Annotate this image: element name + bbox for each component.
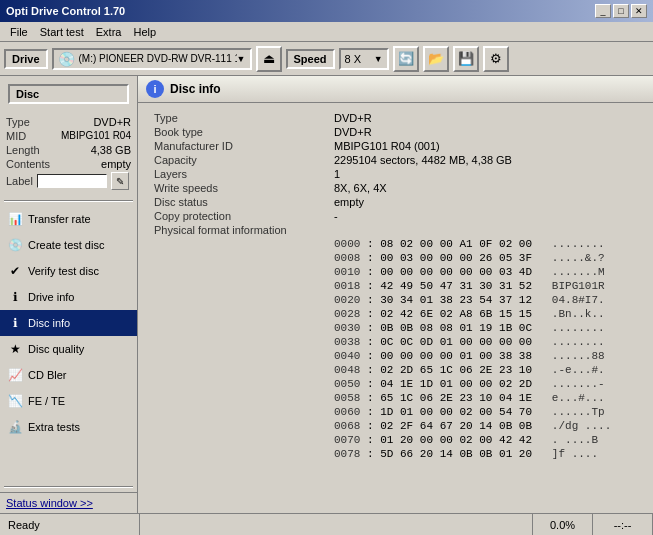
settings-button[interactable]: ⚙	[483, 46, 509, 72]
hex-ascii: ......88	[552, 350, 605, 362]
refresh-button[interactable]: 🔄	[393, 46, 419, 72]
drive-value: (M:) PIONEER DVD-RW DVR-111 1.29	[79, 53, 237, 64]
sidebar-divider-1	[4, 200, 133, 202]
hex-row-empty	[150, 377, 330, 391]
hex-ascii: ........	[552, 336, 605, 348]
hex-row: 0018 : 42 49 50 47 31 30 31 52 BIPG101R	[150, 279, 641, 293]
sidebar-item-transfer-rate[interactable]: 📊 Transfer rate	[0, 206, 137, 232]
disc-field-row: Write speeds8X, 6X, 4X	[150, 181, 641, 195]
menu-start-test[interactable]: Start test	[34, 25, 90, 39]
maximize-button[interactable]: □	[613, 4, 629, 18]
sidebar-item-create-test-disc[interactable]: 💿 Create test disc	[0, 232, 137, 258]
hex-bytes: 08 02 00 00 A1 0F 02 00	[380, 238, 532, 250]
save-button[interactable]: 💾	[453, 46, 479, 72]
disc-info-header-title: Disc info	[170, 82, 221, 96]
hex-row: 0070 : 01 20 00 00 02 00 42 42 . ....B	[150, 433, 641, 447]
sidebar-item-extra-tests[interactable]: 🔬 Extra tests	[0, 414, 137, 440]
sidebar: Disc Type DVD+R MID MBIPG101 R04 Length …	[0, 76, 138, 513]
disc-mid-label: MID	[6, 130, 26, 142]
hex-row: 0058 : 65 1C 06 2E 23 10 04 1E e...#...	[150, 391, 641, 405]
eject-button[interactable]: ⏏	[256, 46, 282, 72]
toolbar: Drive 💿 (M:) PIONEER DVD-RW DVR-111 1.29…	[0, 42, 653, 76]
disc-field-row: Layers1	[150, 167, 641, 181]
sidebar-item-disc-info[interactable]: ℹ Disc info	[0, 310, 137, 336]
sidebar-item-verify-test-disc[interactable]: ✔ Verify test disc	[0, 258, 137, 284]
hex-row: 0020 : 30 34 01 38 23 54 37 12 04.8#I7.	[150, 293, 641, 307]
speed-selector[interactable]: 8 X ▼	[339, 48, 389, 70]
hex-row: 0028 : 02 42 6E 02 A8 6B 15 15 .Bn..k..	[150, 307, 641, 321]
disc-field-row: Disc statusempty	[150, 195, 641, 209]
hex-bytes: 65 1C 06 2E 23 10 04 1E	[380, 392, 532, 404]
hex-bytes: 0C 0C 0D 01 00 00 00 00	[380, 336, 532, 348]
drive-dropdown-arrow: ▼	[237, 54, 246, 64]
hex-address: 0038	[334, 336, 360, 348]
hex-bytes: 42 49 50 47 31 30 31 52	[380, 280, 532, 292]
hex-address: 0030	[334, 322, 360, 334]
hex-bytes: 00 00 00 00 00 00 03 4D	[380, 266, 532, 278]
disc-label-edit-button[interactable]: ✎	[111, 172, 129, 190]
close-button[interactable]: ✕	[631, 4, 647, 18]
status-bar: Ready 0.0% --:--	[0, 513, 653, 535]
status-ready: Ready	[0, 514, 140, 535]
disc-contents-label: Contents	[6, 158, 50, 170]
hex-row: 0050 : 04 1E 1D 01 00 00 02 2D .......-	[150, 377, 641, 391]
disc-info-table: TypeDVD+RBook typeDVD+RManufacturer IDMB…	[150, 111, 641, 461]
hex-address: 0070	[334, 434, 360, 446]
hex-address: 0020	[334, 294, 360, 306]
disc-type-value: DVD+R	[93, 116, 131, 128]
hex-row-data: 0040 : 00 00 00 00 01 00 38 38 ......88	[330, 349, 641, 363]
hex-ascii: .......-	[552, 378, 605, 390]
disc-field-value: DVD+R	[330, 111, 641, 125]
disc-length-value: 4,38 GB	[91, 144, 131, 156]
hex-address: 0028	[334, 308, 360, 320]
hex-row-data: 0028 : 02 42 6E 02 A8 6B 15 15 .Bn..k..	[330, 307, 641, 321]
speed-arrow: ▼	[374, 54, 383, 64]
hex-bytes: 5D 66 20 14 0B 0B 01 20	[380, 448, 532, 460]
menu-file[interactable]: File	[4, 25, 34, 39]
hex-address: 0040	[334, 350, 360, 362]
hex-ascii: .-e...#.	[552, 364, 605, 376]
speed-label: Speed	[286, 49, 335, 69]
hex-row: 0000 : 08 02 00 00 A1 0F 02 00 ........	[150, 237, 641, 251]
disc-field-label: Manufacturer ID	[150, 139, 330, 153]
menu-bar: File Start test Extra Help	[0, 22, 653, 42]
disc-field-row: TypeDVD+R	[150, 111, 641, 125]
hex-address: 0060	[334, 406, 360, 418]
menu-extra[interactable]: Extra	[90, 25, 128, 39]
disc-field-value	[330, 223, 641, 237]
hex-row-empty	[150, 349, 330, 363]
sidebar-item-fe-te[interactable]: 📉 FE / TE	[0, 388, 137, 414]
open-button[interactable]: 📂	[423, 46, 449, 72]
sidebar-menu: 📊 Transfer rate 💿 Create test disc ✔ Ver…	[0, 206, 137, 482]
drive-selector[interactable]: 💿 (M:) PIONEER DVD-RW DVR-111 1.29 ▼	[52, 48, 252, 70]
hex-row: 0038 : 0C 0C 0D 01 00 00 00 00 ........	[150, 335, 641, 349]
sidebar-item-disc-quality[interactable]: ★ Disc quality	[0, 336, 137, 362]
minimize-button[interactable]: _	[595, 4, 611, 18]
disc-field-row: Book typeDVD+R	[150, 125, 641, 139]
sidebar-item-drive-info[interactable]: ℹ Drive info	[0, 284, 137, 310]
disc-field-row: Manufacturer IDMBIPG101 R04 (001)	[150, 139, 641, 153]
hex-row-data: 0018 : 42 49 50 47 31 30 31 52 BIPG101R	[330, 279, 641, 293]
title-bar: Opti Drive Control 1.70 _ □ ✕	[0, 0, 653, 22]
status-window-button[interactable]: Status window >>	[0, 492, 137, 513]
sidebar-item-label-cd-bler: CD Bler	[28, 369, 67, 381]
hex-row-data: 0010 : 00 00 00 00 00 00 03 4D .......M	[330, 265, 641, 279]
disc-mid-value: MBIPG101 R04	[61, 130, 131, 142]
hex-row-empty	[150, 447, 330, 461]
hex-row-data: 0030 : 0B 0B 08 08 01 19 1B 0C ........	[330, 321, 641, 335]
hex-row-data: 0050 : 04 1E 1D 01 00 00 02 2D .......-	[330, 377, 641, 391]
disc-contents-value: empty	[101, 158, 131, 170]
disc-label-input[interactable]	[37, 174, 107, 188]
disc-field-label: Copy protection	[150, 209, 330, 223]
hex-row-empty	[150, 251, 330, 265]
hex-address: 0068	[334, 420, 360, 432]
hex-ascii: ........	[552, 322, 605, 334]
disc-field-row: Capacity2295104 sectors, 4482 MB, 4,38 G…	[150, 153, 641, 167]
sidebar-item-cd-bler[interactable]: 📈 CD Bler	[0, 362, 137, 388]
drive-info-icon: ℹ	[6, 288, 24, 306]
menu-help[interactable]: Help	[127, 25, 162, 39]
cd-bler-icon: 📈	[6, 366, 24, 384]
hex-row-empty	[150, 363, 330, 377]
hex-row-empty	[150, 307, 330, 321]
hex-row: 0078 : 5D 66 20 14 0B 0B 01 20 ]f ....	[150, 447, 641, 461]
